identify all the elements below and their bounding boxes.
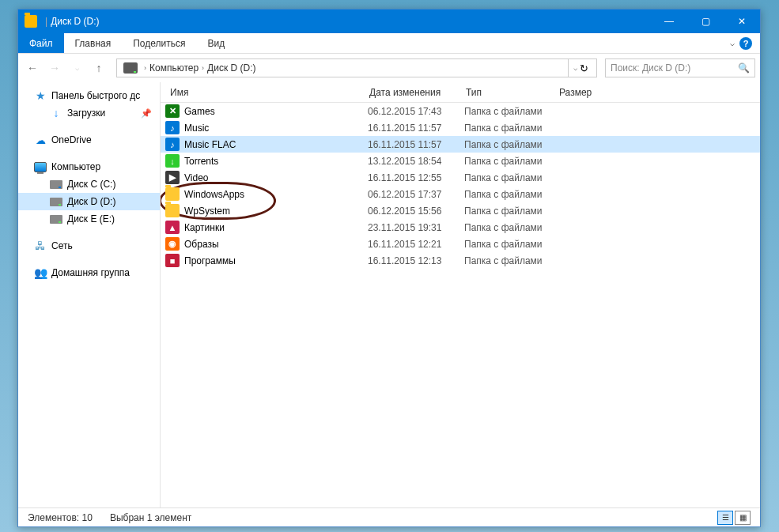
- tab-home[interactable]: Главная: [64, 33, 123, 53]
- column-headers: Имя Дата изменения Тип Размер: [161, 82, 760, 103]
- file-type: Папка с файлами: [464, 172, 558, 183]
- file-type: Папка с файлами: [464, 255, 558, 266]
- status-bar: Элементов: 10 Выбран 1 элемент ☰ ▦: [18, 507, 760, 526]
- sidebar: ★ Панель быстрого дс ↓ Загрузки 📌 ☁ OneD…: [18, 82, 161, 507]
- file-row[interactable]: ♪Music FLAC16.11.2015 11:57Папка с файла…: [161, 136, 760, 153]
- file-type-icon: ▲: [165, 221, 180, 234]
- drive-icon: [50, 213, 62, 224]
- view-details-button[interactable]: ☰: [717, 511, 733, 525]
- file-row[interactable]: ↓Torrents13.12.2015 18:54Папка с файлами: [161, 153, 760, 169]
- help-icon[interactable]: ?: [739, 37, 752, 50]
- sidebar-item-downloads[interactable]: ↓ Загрузки 📌: [18, 104, 160, 122]
- separator-icon: |: [45, 16, 47, 27]
- sidebar-item-drive-e[interactable]: Диск E (E:): [18, 210, 160, 228]
- titlebar[interactable]: | Диск D (D:) — ▢ ✕: [18, 9, 760, 33]
- explorer-window: | Диск D (D:) — ▢ ✕ Файл Главная Поделит…: [17, 9, 761, 527]
- file-date: 16.11.2015 12:21: [368, 239, 464, 250]
- up-button[interactable]: ↑: [89, 58, 108, 77]
- file-type-icon: ■: [165, 254, 180, 267]
- sidebar-item-quick[interactable]: ★ Панель быстрого дс: [18, 87, 160, 104]
- file-row[interactable]: ♪Music16.11.2015 11:57Папка с файлами: [161, 119, 760, 136]
- pin-icon: 📌: [141, 108, 152, 119]
- search-input[interactable]: Поиск: Диск D (D:) 🔍: [605, 58, 755, 77]
- minimize-button[interactable]: —: [651, 9, 687, 33]
- back-button[interactable]: ←: [23, 58, 42, 77]
- drive-icon: [50, 179, 62, 190]
- chevron-right-icon[interactable]: ›: [144, 64, 146, 72]
- sidebar-item-network[interactable]: 🖧 Сеть: [18, 237, 160, 255]
- file-type: Папка с файлами: [464, 239, 558, 250]
- file-row[interactable]: ◉Образы16.11.2015 12:21Папка с файлами: [161, 236, 760, 252]
- sidebar-item-homegroup[interactable]: 👥 Домашняя группа: [18, 264, 160, 281]
- navigation-bar: ← → ⌵ ↑ › Компьютер › Диск D (D:) ⌵ ↻ По…: [18, 54, 760, 82]
- file-date: 13.12.2015 18:54: [368, 156, 464, 167]
- view-icons-button[interactable]: ▦: [735, 511, 751, 525]
- breadcrumb[interactable]: › Компьютер › Диск D (D:) ⌵ ↻: [116, 58, 597, 77]
- file-row[interactable]: ■Программы16.11.2015 12:13Папка с файлам…: [161, 252, 760, 269]
- col-name[interactable]: Имя: [161, 87, 363, 98]
- sidebar-item-drive-c[interactable]: Диск C (C:): [18, 175, 160, 193]
- file-name: Music FLAC: [184, 139, 236, 150]
- file-type-icon: ♪: [165, 121, 180, 134]
- file-name: Образы: [184, 239, 219, 250]
- file-row[interactable]: WindowsApps06.12.2015 17:37Папка с файла…: [161, 186, 760, 202]
- status-selection: Выбран 1 элемент: [110, 512, 191, 523]
- star-icon: ★: [34, 90, 47, 101]
- file-type: Папка с файлами: [464, 156, 558, 167]
- sidebar-item-drive-d[interactable]: Диск D (D:): [18, 193, 160, 210]
- forward-button[interactable]: →: [45, 58, 64, 77]
- file-type-icon: [165, 187, 180, 201]
- sidebar-item-computer[interactable]: Компьютер: [18, 158, 160, 175]
- homegroup-icon: 👥: [34, 267, 47, 278]
- history-dropdown[interactable]: ⌵: [67, 58, 86, 77]
- refresh-button[interactable]: ↻: [580, 62, 588, 74]
- file-type: Папка с файлами: [464, 139, 558, 150]
- col-size[interactable]: Размер: [553, 87, 616, 98]
- file-type-icon: ◉: [165, 237, 180, 251]
- file-type-icon: ♪: [165, 138, 180, 151]
- drive-icon: [50, 196, 62, 207]
- file-type: Папка с файлами: [464, 106, 558, 117]
- file-type-icon: ↓: [165, 154, 180, 168]
- file-name: Music: [184, 123, 209, 134]
- file-date: 16.11.2015 12:13: [368, 255, 464, 266]
- file-name: WpSystem: [184, 206, 230, 217]
- onedrive-icon: ☁: [34, 134, 47, 145]
- file-name: Video: [184, 172, 208, 183]
- sidebar-item-onedrive[interactable]: ☁ OneDrive: [18, 131, 160, 149]
- col-type[interactable]: Тип: [459, 87, 553, 98]
- file-row[interactable]: WpSystem06.12.2015 15:56Папка с файлами: [161, 202, 760, 219]
- file-type: Папка с файлами: [464, 189, 558, 200]
- file-type: Папка с файлами: [464, 222, 558, 233]
- file-row[interactable]: ✕Games06.12.2015 17:43Папка с файлами: [161, 103, 760, 119]
- tab-view[interactable]: Вид: [196, 33, 236, 53]
- file-name: WindowsApps: [184, 189, 244, 200]
- file-date: 06.12.2015 15:56: [368, 206, 464, 217]
- file-type: Папка с файлами: [464, 206, 558, 217]
- tab-file[interactable]: Файл: [18, 33, 64, 53]
- close-button[interactable]: ✕: [724, 9, 760, 33]
- chevron-down-icon[interactable]: ⌵: [573, 64, 577, 72]
- file-row[interactable]: ▶Video16.11.2015 12:55Папка с файлами: [161, 169, 760, 186]
- breadcrumb-computer[interactable]: Компьютер: [149, 62, 199, 74]
- chevron-down-icon: ⌵: [730, 39, 735, 47]
- file-pane: Имя Дата изменения Тип Размер ✕Games06.1…: [161, 82, 760, 507]
- ribbon: Файл Главная Поделиться Вид ⌵ ?: [18, 33, 760, 54]
- computer-icon: [34, 161, 47, 172]
- file-list[interactable]: ✕Games06.12.2015 17:43Папка с файлами♪Mu…: [161, 103, 760, 507]
- folder-icon: [25, 15, 37, 28]
- tab-share[interactable]: Поделиться: [122, 33, 196, 53]
- maximize-button[interactable]: ▢: [687, 9, 724, 33]
- file-type-icon: ✕: [165, 104, 180, 118]
- col-date[interactable]: Дата изменения: [363, 87, 459, 98]
- file-date: 16.11.2015 12:55: [368, 172, 464, 183]
- file-type-icon: [165, 204, 180, 217]
- chevron-right-icon[interactable]: ›: [202, 64, 204, 72]
- drive-icon: [123, 62, 138, 74]
- file-row[interactable]: ▲Картинки23.11.2015 19:31Папка с файлами: [161, 219, 760, 236]
- breadcrumb-drive[interactable]: Диск D (D:): [207, 62, 255, 74]
- window-title: Диск D (D:): [51, 16, 651, 27]
- search-placeholder: Поиск: Диск D (D:): [611, 62, 738, 74]
- file-date: 06.12.2015 17:37: [368, 189, 464, 200]
- ribbon-help[interactable]: ⌵ ?: [722, 33, 760, 53]
